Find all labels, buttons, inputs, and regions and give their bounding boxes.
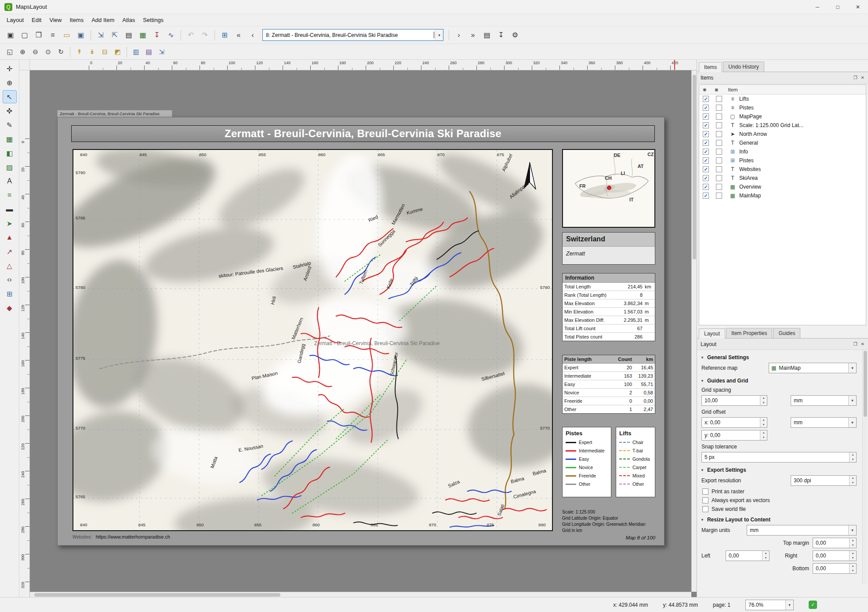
align-items-button[interactable]: ▥ xyxy=(130,46,142,58)
save-project-button[interactable]: ▣ xyxy=(4,29,17,42)
add-shape-tool[interactable]: ▲ xyxy=(3,231,17,244)
page-title-banner[interactable]: Zermatt - Breuil-Cervinia, Breuil-Cervin… xyxy=(71,125,655,142)
pan-tool[interactable]: ✛ xyxy=(3,62,17,75)
tab-item-properties[interactable]: Item Properties xyxy=(726,328,772,338)
section-resize-layout[interactable]: ▼Resize Layout to Content xyxy=(701,517,857,523)
item-row-pistes[interactable]: ✓⊞Pistes xyxy=(699,156,866,165)
tab-guides[interactable]: Guides xyxy=(773,328,800,338)
item-lock-checkbox[interactable] xyxy=(716,149,722,155)
piste-length-table[interactable]: Piste length Count km Expert2016,45Inter… xyxy=(562,355,655,414)
raise-items-button[interactable]: ↟ xyxy=(73,46,85,58)
add-picture-tool[interactable]: ▨ xyxy=(3,160,17,174)
close-button[interactable]: ✕ xyxy=(848,0,868,14)
scrollbar-thumb[interactable] xyxy=(693,75,696,259)
item-row-info[interactable]: ✓⊞Info xyxy=(699,147,866,156)
close-panel-icon[interactable]: ✕ xyxy=(861,342,864,346)
menu-layout[interactable]: Layout xyxy=(3,15,28,25)
overview-map[interactable]: FRDECZCHLIATIT xyxy=(562,149,655,228)
legend-pistes[interactable]: Pistes ExpertIntermediateEasyNoviceFreer… xyxy=(562,427,611,497)
item-lock-checkbox[interactable] xyxy=(716,105,722,111)
menu-edit[interactable]: Edit xyxy=(28,15,45,25)
add-north-arrow-tool[interactable]: ➤ xyxy=(3,217,17,230)
stepper-icons[interactable]: ▲▼ xyxy=(760,430,767,440)
item-visibility-checkbox[interactable]: ✓ xyxy=(703,105,709,111)
item-row-lifts[interactable]: ✓≡Lifts xyxy=(699,95,866,103)
atlas-settings-button[interactable]: ⚙ xyxy=(508,29,522,42)
item-lock-checkbox[interactable] xyxy=(716,140,722,146)
save-as-button[interactable]: ▣ xyxy=(74,29,87,42)
item-visibility-checkbox[interactable]: ✓ xyxy=(703,140,709,146)
stepper-icons[interactable]: ▲▼ xyxy=(849,538,856,548)
scrollbar-thumb[interactable] xyxy=(864,351,867,417)
canvas-vertical-scrollbar[interactable] xyxy=(691,70,697,592)
float-panel-icon[interactable]: ❐ xyxy=(853,75,857,80)
atlas-next-button[interactable]: › xyxy=(452,29,465,42)
chevron-down-icon[interactable]: ▾ xyxy=(848,525,856,535)
group-items-button[interactable]: ⊟ xyxy=(99,46,111,58)
grid-offset-y-input[interactable]: y: 0,00▲▼ xyxy=(701,430,767,441)
save-template-button[interactable]: ⇱ xyxy=(108,29,121,42)
item-row-scale-1-125-000-grid-lat[interactable]: ✓TScale: 1:125.000 Grid Lat... xyxy=(699,121,866,130)
zoom-combo[interactable]: 76.0% ▾ xyxy=(745,600,794,610)
left-margin-input[interactable]: 0,00▲▼ xyxy=(726,550,770,561)
scale-info-block[interactable]: Scale: 1:125.000Grid Latitude Origin: Eq… xyxy=(562,509,655,534)
atlas-first-button[interactable]: « xyxy=(232,29,245,42)
atlas-print-button[interactable]: ▤ xyxy=(480,29,494,42)
item-lock-checkbox[interactable] xyxy=(716,113,722,120)
lock-items-button[interactable]: ◩ xyxy=(112,46,123,58)
layout-page[interactable]: Zermatt - Breuil-Cervinia, Breuil-Cervin… xyxy=(57,117,665,546)
item-visibility-checkbox[interactable]: ✓ xyxy=(703,96,709,102)
menu-items[interactable]: Items xyxy=(65,15,87,25)
duplicate-layout-button[interactable]: ❐ xyxy=(32,29,45,42)
stepper-icons[interactable]: ▲▼ xyxy=(849,476,856,485)
menu-view[interactable]: View xyxy=(45,15,65,25)
item-visibility-checkbox[interactable]: ✓ xyxy=(703,122,709,128)
item-row-general[interactable]: ✓TGeneral xyxy=(699,138,866,147)
stepper-icons[interactable]: ▲▼ xyxy=(760,418,767,427)
menu-add-item[interactable]: Add Item xyxy=(87,15,118,25)
item-row-overview[interactable]: ✓▦Overview xyxy=(699,182,866,191)
section-export-settings[interactable]: ▼Export Settings xyxy=(701,467,857,473)
menu-settings[interactable]: Settings xyxy=(139,15,167,25)
save-world-file-checkbox[interactable] xyxy=(702,506,708,512)
stepper-icons[interactable]: ▲▼ xyxy=(760,396,767,405)
export-pdf-button[interactable]: ↧ xyxy=(150,29,163,42)
stepper-icons[interactable]: ▲▼ xyxy=(849,452,856,462)
edit-nodes-tool[interactable]: ✎ xyxy=(3,118,17,131)
atlas-previous-button[interactable]: ‹ xyxy=(246,29,259,42)
chevron-down-icon[interactable]: ▾ xyxy=(848,363,856,373)
region-info-box[interactable]: Switzerland Zermatt xyxy=(562,232,655,265)
status-indicator-icon[interactable]: ✓ xyxy=(809,601,817,609)
tab-layout[interactable]: Layout xyxy=(699,328,725,339)
chevron-down-icon[interactable]: ▾ xyxy=(785,600,793,610)
layout-manager-button[interactable]: ≡ xyxy=(46,29,59,42)
add-map-tool[interactable]: ▦ xyxy=(3,132,17,146)
canvas-horizontal-scrollbar[interactable] xyxy=(30,592,691,597)
websites-line[interactable]: Websites: https://www.matterhornparadise… xyxy=(73,534,170,539)
import-template-button[interactable]: ⇲ xyxy=(94,29,107,42)
move-content-tool[interactable]: ✜ xyxy=(3,104,17,117)
item-lock-checkbox[interactable] xyxy=(716,131,722,137)
item-lock-checkbox[interactable] xyxy=(716,175,722,181)
item-row-websites[interactable]: ✓TWebsites xyxy=(699,165,866,174)
item-lock-checkbox[interactable] xyxy=(716,193,722,199)
main-map-frame[interactable]: AlphubelAllalinpassKummeMarmottenRiedSun… xyxy=(73,149,553,531)
top-margin-input[interactable]: 0,00▲▼ xyxy=(813,538,857,548)
atlas-last-button[interactable]: » xyxy=(466,29,479,42)
chevron-down-icon[interactable]: ▾ xyxy=(848,418,856,427)
stepper-icons[interactable]: ▲▼ xyxy=(849,551,856,561)
item-visibility-checkbox[interactable]: ✓ xyxy=(703,193,709,199)
item-row-pistes[interactable]: ✓≡Pistes xyxy=(699,103,866,112)
grid-offset-x-input[interactable]: x: 0,00▲▼ xyxy=(701,417,767,428)
grid-spacing-input[interactable]: 10,00▲▼ xyxy=(701,395,767,406)
item-visibility-checkbox[interactable]: ✓ xyxy=(703,184,709,190)
open-folder-button[interactable]: ▭ xyxy=(60,29,73,42)
item-lock-checkbox[interactable] xyxy=(716,184,722,190)
add-label-tool[interactable]: A xyxy=(3,175,17,188)
stepper-icons[interactable]: ▲▼ xyxy=(849,564,856,573)
close-panel-icon[interactable]: ✕ xyxy=(861,75,864,80)
export-svg-button[interactable]: ∿ xyxy=(164,29,178,42)
stepper-icons[interactable]: ▲▼ xyxy=(762,551,769,561)
zoom-full-button[interactable]: ◱ xyxy=(4,46,16,58)
item-lock-checkbox[interactable] xyxy=(716,122,722,128)
